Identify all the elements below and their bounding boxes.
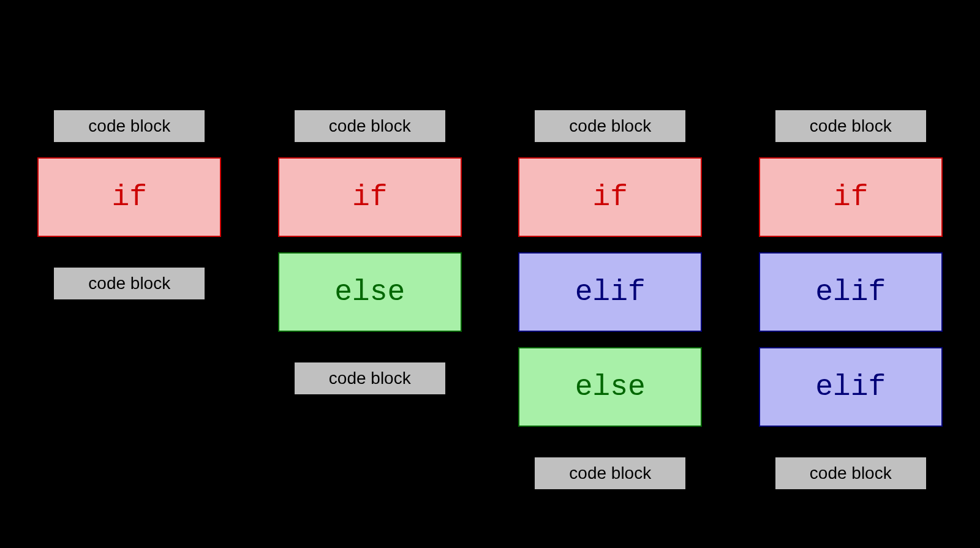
column-3: code block if elif else code block: [518, 110, 702, 489]
column-1: code block if code block: [37, 110, 221, 489]
code-block-label: code block: [295, 362, 445, 394]
elif-block: elif: [759, 347, 943, 427]
if-block: if: [518, 157, 702, 237]
else-block: else: [278, 252, 462, 332]
if-block: if: [759, 157, 943, 237]
code-block-label: code block: [775, 110, 926, 142]
code-block-label: code block: [54, 268, 205, 299]
if-block: if: [278, 157, 462, 237]
else-block: else: [518, 347, 702, 427]
column-2: code block if else code block: [278, 110, 462, 489]
code-block-label: code block: [54, 110, 205, 142]
elif-block: elif: [759, 252, 943, 332]
elif-block: elif: [518, 252, 702, 332]
column-4: code block if elif elif code block: [759, 110, 943, 489]
code-block-label: code block: [295, 110, 445, 142]
if-block: if: [37, 157, 221, 237]
diagram-container: code block if code block code block if e…: [0, 0, 980, 489]
code-block-label: code block: [535, 110, 685, 142]
code-block-label: code block: [535, 457, 685, 489]
code-block-label: code block: [775, 457, 926, 489]
